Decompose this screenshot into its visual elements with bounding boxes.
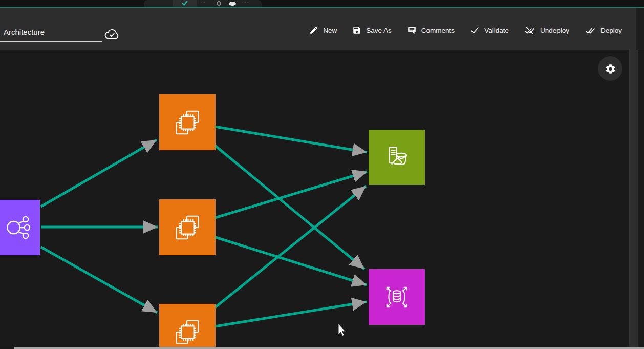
- save-icon: [352, 26, 361, 35]
- app-window: ·· ··· New Save As: [0, 0, 644, 349]
- teal-check-icon: [182, 1, 188, 6]
- cloud-check-icon: [104, 27, 120, 42]
- edge-load-balancer-to-compute-1[interactable]: [41, 140, 157, 207]
- edge-compute-1-to-storage[interactable]: [215, 127, 367, 152]
- deploy-button[interactable]: Deploy: [585, 26, 622, 35]
- node-database[interactable]: [369, 269, 425, 325]
- comments-button[interactable]: Comments: [407, 26, 455, 35]
- save-as-button[interactable]: Save As: [352, 26, 392, 35]
- undeploy-button[interactable]: Undeploy: [524, 26, 569, 35]
- node-storage[interactable]: [369, 130, 425, 185]
- double-check-icon: [585, 26, 596, 35]
- canvas-right-gutter: [638, 50, 644, 349]
- node-compute-3[interactable]: [159, 304, 216, 347]
- edge-load-balancer-to-compute-3[interactable]: [41, 247, 157, 313]
- edge-compute-2-to-storage[interactable]: [215, 172, 367, 218]
- edge-compute-1-to-database[interactable]: [215, 146, 364, 269]
- comment-icon: [407, 26, 417, 35]
- toolbar-header: New Save As Comments Validate: [0, 8, 636, 50]
- canvas-settings-button[interactable]: [598, 56, 622, 81]
- double-check-slash-icon: [524, 26, 535, 35]
- node-compute-2[interactable]: [159, 199, 216, 255]
- toolbar-actions: New Save As Comments Validate: [309, 23, 622, 38]
- deploy-label: Deploy: [600, 27, 622, 34]
- edge-compute-2-to-database[interactable]: [214, 237, 367, 285]
- edge-compute-3-to-database[interactable]: [215, 302, 367, 326]
- diagram-name-input[interactable]: [0, 26, 102, 42]
- validate-label: Validate: [484, 27, 509, 34]
- database-scaling-icon: [381, 282, 412, 313]
- check-icon: [470, 26, 480, 35]
- vertical-scrollbar[interactable]: [629, 50, 638, 349]
- diagram-canvas[interactable]: [0, 50, 629, 347]
- pencil-icon: [309, 26, 318, 35]
- tab-ellipsis: ··: [200, 0, 206, 5]
- load-balancer-icon: [3, 212, 34, 243]
- node-load-balancer[interactable]: [0, 200, 40, 255]
- compute-instances-icon: [171, 107, 203, 138]
- browser-tab-strip: ·· ···: [0, 0, 644, 7]
- edge-compute-3-to-storage[interactable]: [215, 186, 366, 307]
- browser-tab[interactable]: ·· ···: [144, 0, 262, 7]
- compute-instances-icon: [171, 212, 203, 243]
- white-oval-icon: [229, 2, 236, 6]
- header-right-gutter: [636, 8, 644, 50]
- clock-ring-icon: [217, 1, 221, 6]
- new-label: New: [323, 27, 337, 34]
- save-as-label: Save As: [366, 27, 392, 34]
- compute-instances-icon: [171, 316, 203, 347]
- horizontal-scrollbar[interactable]: [14, 347, 644, 349]
- validate-button[interactable]: Validate: [470, 26, 509, 35]
- tab-active-segment[interactable]: [173, 0, 197, 7]
- comments-label: Comments: [421, 27, 455, 34]
- mouse-cursor: [338, 323, 349, 339]
- edge-layer: [0, 50, 629, 347]
- undeploy-label: Undeploy: [540, 27, 569, 34]
- node-compute-1[interactable]: [159, 94, 216, 150]
- gear-icon: [605, 63, 616, 75]
- new-button[interactable]: New: [309, 26, 337, 35]
- storage-bucket-icon: [381, 142, 412, 173]
- tab-ellipsis: ···: [241, 0, 250, 5]
